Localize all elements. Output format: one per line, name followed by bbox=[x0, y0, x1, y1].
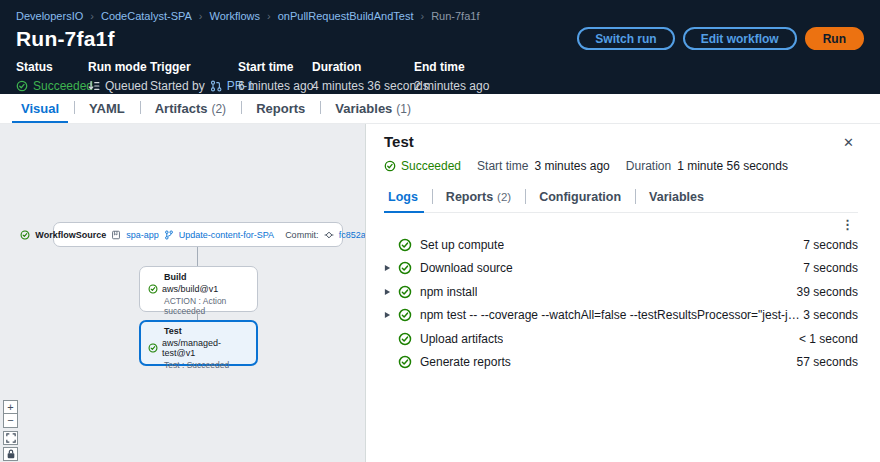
log-row[interactable]: Generate reports 57 seconds bbox=[384, 351, 858, 375]
success-icon bbox=[20, 230, 30, 240]
tab-yaml-label: YAML bbox=[89, 101, 125, 116]
meta-start-time: Start time 6 minutes ago bbox=[238, 60, 312, 93]
log-step-duration: < 1 second bbox=[799, 332, 858, 346]
zoom-out-button[interactable]: − bbox=[3, 414, 18, 428]
log-step-name: npm install bbox=[420, 285, 477, 299]
tab-artifacts-count: (2) bbox=[211, 102, 226, 116]
breadcrumb-separator-icon: › bbox=[267, 10, 271, 22]
edit-workflow-button[interactable]: Edit workflow bbox=[683, 27, 797, 50]
log-step-name: Upload artifacts bbox=[420, 332, 503, 346]
lock-canvas-button[interactable] bbox=[3, 447, 18, 461]
log-step-name: Download source bbox=[420, 261, 513, 275]
panel-tab-reports-count: (2) bbox=[497, 191, 511, 203]
repository-link[interactable]: spa-app bbox=[126, 230, 159, 240]
build-node-action: aws/build@v1 bbox=[162, 284, 218, 294]
switch-run-button[interactable]: Switch run bbox=[577, 27, 674, 50]
branch-icon bbox=[164, 230, 174, 240]
build-action-node[interactable]: Build aws/build@v1 ACTION : Action succe… bbox=[139, 266, 258, 312]
header-actions: Switch run Edit workflow Run bbox=[577, 27, 864, 50]
breadcrumb-link-space[interactable]: DevelopersIO bbox=[16, 10, 83, 22]
duration-label: Duration bbox=[312, 60, 414, 74]
tab-variables-label: Variables bbox=[335, 101, 392, 116]
panel-duration-label: Duration bbox=[626, 159, 671, 173]
panel-tab-logs[interactable]: Logs bbox=[384, 184, 432, 212]
log-step-duration: 57 seconds bbox=[797, 355, 858, 369]
tab-reports-label: Reports bbox=[256, 101, 305, 116]
expand-icon[interactable] bbox=[384, 311, 391, 319]
connector-line bbox=[197, 247, 198, 266]
panel-tab-reports[interactable]: Reports (2) bbox=[432, 184, 525, 212]
pull-request-icon bbox=[210, 80, 222, 92]
success-icon bbox=[398, 308, 412, 322]
connector-line bbox=[197, 312, 198, 320]
tab-artifacts-label: Artifacts bbox=[155, 101, 208, 116]
zoom-in-button[interactable]: + bbox=[3, 400, 18, 414]
panel-tab-variables-label: Variables bbox=[649, 190, 704, 204]
meta-duration: Duration 4 minutes 36 seconds bbox=[312, 60, 414, 93]
trigger-prefix: Started by bbox=[150, 79, 205, 93]
test-node-title: Test bbox=[164, 326, 249, 336]
workflow-source-node[interactable]: WorkflowSource spa-app Update-content-fo… bbox=[53, 222, 343, 247]
log-row[interactable]: Download source 7 seconds bbox=[384, 257, 858, 281]
log-step-duration: 3 seconds bbox=[803, 308, 858, 322]
duration-value: 4 minutes 36 seconds bbox=[312, 79, 429, 93]
success-icon bbox=[384, 160, 396, 172]
panel-tabstrip: Logs Reports (2) Configuration Variables bbox=[384, 184, 858, 213]
breadcrumb-link-workflows[interactable]: Workflows bbox=[210, 10, 261, 22]
build-node-meta: ACTION : Action succeeded bbox=[164, 296, 249, 316]
start-time-value: 6 minutes ago bbox=[238, 79, 313, 93]
meta-run-mode: Run mode Queued bbox=[88, 60, 150, 93]
workflow-canvas[interactable]: WorkflowSource spa-app Update-content-fo… bbox=[0, 124, 365, 462]
success-icon bbox=[148, 343, 158, 353]
meta-status: Status Succeeded bbox=[16, 60, 88, 93]
success-icon bbox=[148, 284, 158, 294]
log-row[interactable]: Set up compute 7 seconds bbox=[384, 233, 858, 257]
panel-status-row: Succeeded Start time 3 minutes ago Durat… bbox=[384, 159, 858, 173]
test-node-action: aws/managed-test@v1 bbox=[162, 338, 249, 358]
breadcrumb-link-workflow[interactable]: onPullRequestBuildAndTest bbox=[278, 10, 414, 22]
expand-icon[interactable] bbox=[384, 288, 391, 296]
panel-tab-variables[interactable]: Variables bbox=[635, 184, 718, 212]
log-row[interactable]: Upload artifacts < 1 second bbox=[384, 327, 858, 351]
tab-reports[interactable]: Reports bbox=[241, 94, 320, 123]
commit-label: Commit: bbox=[285, 230, 319, 240]
tab-yaml[interactable]: YAML bbox=[74, 94, 140, 123]
panel-start-time-label: Start time bbox=[477, 159, 528, 173]
log-row[interactable]: npm test -- --coverage --watchAll=false … bbox=[384, 304, 858, 328]
success-icon bbox=[16, 80, 28, 92]
end-time-value: 2 minutes ago bbox=[414, 79, 489, 93]
breadcrumb-current: Run-7fa1f bbox=[431, 10, 479, 22]
panel-status-value: Succeeded bbox=[401, 159, 461, 173]
build-node-title: Build bbox=[164, 272, 249, 282]
run-button[interactable]: Run bbox=[805, 27, 864, 50]
panel-duration-value: 1 minute 56 seconds bbox=[677, 159, 788, 173]
panel-tab-configuration[interactable]: Configuration bbox=[525, 184, 635, 212]
tab-variables[interactable]: Variables (1) bbox=[320, 94, 426, 123]
success-icon bbox=[398, 238, 412, 252]
fit-view-button[interactable] bbox=[3, 431, 18, 445]
success-icon bbox=[398, 355, 412, 369]
tab-visual[interactable]: Visual bbox=[6, 94, 74, 123]
breadcrumb-separator-icon: › bbox=[199, 10, 203, 22]
test-action-node[interactable]: Test aws/managed-test@v1 Test : Succeede… bbox=[139, 320, 258, 366]
zoom-controls: + − bbox=[3, 400, 18, 428]
expand-icon[interactable] bbox=[384, 264, 391, 272]
action-detail-panel: Test ✕ Succeeded Start time 3 minutes ag… bbox=[365, 124, 880, 462]
branch-link[interactable]: Update-content-for-SPA bbox=[179, 230, 274, 240]
panel-tab-reports-label: Reports bbox=[446, 190, 493, 204]
log-row[interactable]: npm install 39 seconds bbox=[384, 280, 858, 304]
log-step-duration: 7 seconds bbox=[803, 238, 858, 252]
success-icon bbox=[398, 285, 412, 299]
kebab-menu-icon[interactable]: ⋮ bbox=[837, 219, 858, 231]
breadcrumb: DevelopersIO › CodeCatalyst-SPA › Workfl… bbox=[16, 0, 864, 22]
meta-trigger: Trigger Started by PR-1 bbox=[150, 60, 238, 93]
run-mode-label: Run mode bbox=[88, 60, 150, 74]
breadcrumb-link-project[interactable]: CodeCatalyst-SPA bbox=[101, 10, 192, 22]
log-step-duration: 39 seconds bbox=[797, 285, 858, 299]
close-icon[interactable]: ✕ bbox=[839, 133, 858, 152]
status-value: Succeeded bbox=[33, 79, 93, 93]
fit-view-icon bbox=[6, 433, 16, 443]
log-step-name: npm test -- --coverage --watchAll=false … bbox=[420, 308, 803, 322]
tab-artifacts[interactable]: Artifacts (2) bbox=[140, 94, 241, 123]
workflow-source-title: WorkflowSource bbox=[35, 230, 106, 240]
